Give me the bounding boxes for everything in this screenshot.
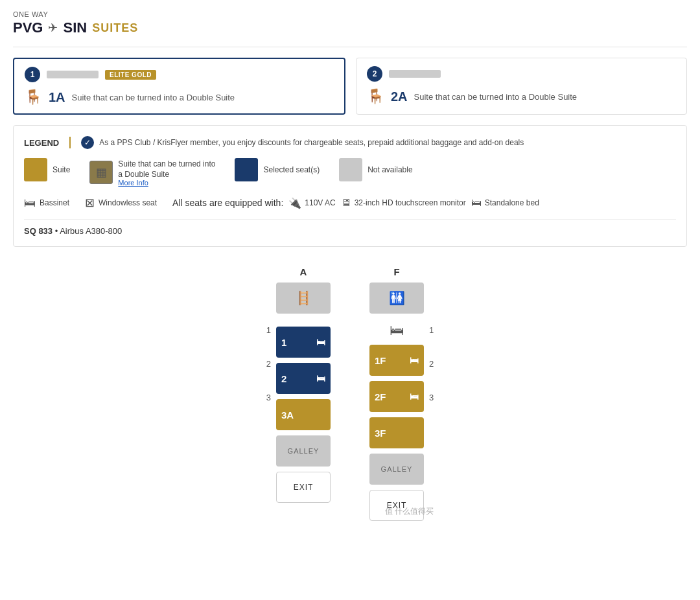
col-a-exit-label: EXIT (294, 483, 314, 492)
legend-section: LEGEND ✓ As a PPS Club / KrisFlyer membe… (13, 125, 687, 247)
trip-type: ONE WAY (13, 10, 687, 18)
suite-label: Suite (52, 165, 70, 174)
bassinet-legend: 🛏 Bassinet (24, 196, 69, 210)
bassinet-label: Bassinet (40, 198, 69, 207)
col-f-restroom: 🚻 (369, 283, 424, 314)
seat-icon-1: 🪑 (25, 89, 42, 106)
row-label-2-right: 2 (429, 347, 434, 380)
windowless-icon: ⊠ (85, 196, 95, 210)
col-f-galley: GALLEY (369, 454, 424, 485)
flight-number: SQ 833 (24, 226, 52, 236)
amenity-bed-label: Standalone bed (485, 198, 539, 207)
column-f: F 🚻 🛏 1F 🛏 (369, 266, 424, 524)
seat-map-section: 1 2 3 A 🪜 1 (13, 260, 687, 530)
legend-double-suite: ▦ Suite that can be turned intoa Double … (89, 158, 215, 187)
route-info: PVG ✈ SIN SUITES (13, 19, 687, 36)
row-label-3-right: 3 (429, 380, 434, 414)
legend-unavailable: Not available (339, 158, 412, 181)
seat-2f[interactable]: 2F 🛏 (369, 381, 424, 412)
seat-3a-label: 3A (281, 410, 294, 421)
amenities-prefix: All seats are equipped with: (172, 198, 283, 208)
seat-1f-label: 1F (375, 355, 386, 366)
column-a: A 🪜 1 🛏 (276, 266, 331, 505)
seat-icon-2: 🪑 (367, 88, 384, 105)
passenger-2-header: 2 (367, 66, 676, 82)
double-suite-swatch: ▦ (89, 161, 113, 184)
passenger-1-seat-number: 1A (49, 90, 65, 105)
bassinet-icon: 🛏 (24, 196, 36, 210)
seat-1f[interactable]: 1F 🛏 (369, 345, 424, 376)
flight-aircraft: Airbus A380-800 (60, 226, 122, 236)
restroom-icon: 🚻 (389, 290, 405, 306)
double-suite-text: Suite that can be turned intoa Double Su… (118, 158, 215, 187)
passenger-1-seat-desc: Suite that can be turned into a Double S… (72, 93, 235, 102)
selected-swatch (235, 158, 258, 181)
passenger-2-number: 2 (367, 66, 382, 82)
selected-label: Selected seat(s) (263, 165, 320, 174)
passenger-cards: 1 ELITE GOLD 🪑 1A Suite that can be turn… (13, 58, 687, 115)
col-a-exit[interactable]: EXIT (276, 472, 331, 503)
monitor-icon: 🖥 (341, 197, 351, 209)
seat-3f[interactable]: 3F (369, 417, 424, 448)
suite-swatch (24, 158, 47, 181)
cabin-label: SUITES (92, 21, 138, 35)
row-numbers-right: 1 2 3 (429, 266, 434, 414)
elite-gold-badge: ELITE GOLD (105, 70, 156, 80)
seat-1a-bed-icon: 🛏 (316, 337, 325, 347)
col-a-seats: 🪜 1 🛏 2 🛏 (276, 283, 331, 505)
seat-2a[interactable]: 2 🛏 (276, 363, 331, 394)
unavailable-swatch (339, 158, 362, 181)
watermark: 值 什么值得买 (385, 506, 434, 517)
double-suite-label: Suite that can be turned intoa Double Su… (118, 159, 215, 179)
row-numbers-left: 1 2 3 (266, 266, 271, 414)
seat-3a[interactable]: 3A (276, 399, 331, 430)
passenger-1-name-bar (47, 71, 99, 78)
legend-bottom-divider (24, 219, 676, 220)
passenger-card-2[interactable]: 2 🪑 2A Suite that can be turned into a D… (356, 58, 687, 115)
legend-selected: Selected seat(s) (235, 158, 320, 181)
legend-divider (69, 137, 71, 148)
legend-items: Suite ▦ Suite that can be turned intoa D… (24, 158, 676, 187)
passenger-2-seat-number: 2A (391, 89, 408, 104)
col-a-galley-label: GALLEY (288, 447, 320, 455)
bassinet-indicator: 🛏 (369, 319, 424, 342)
header-divider (13, 47, 687, 47)
passenger-1-header: 1 ELITE GOLD (25, 67, 334, 82)
destination-code: SIN (63, 19, 87, 36)
seat-1a[interactable]: 1 🛏 (276, 327, 331, 358)
passenger-1-number: 1 (25, 67, 40, 82)
route-arrow-icon: ✈ (48, 21, 58, 35)
amenity-monitor: 🖥 32-inch HD touchscreen monitor (341, 197, 466, 209)
seat-2a-label: 2 (281, 373, 286, 384)
col-a-stairs: 🪜 (276, 283, 331, 314)
page-header: ONE WAY PVG ✈ SIN SUITES (13, 10, 687, 36)
passenger-2-seat-info: 🪑 2A Suite that can be turned into a Dou… (367, 88, 676, 105)
amenity-monitor-label: 32-inch HD touchscreen monitor (355, 198, 466, 207)
amenity-power-label: 110V AC (305, 198, 335, 207)
check-icon: ✓ (81, 136, 94, 149)
seat-2f-label: 2F (375, 391, 386, 402)
unavailable-label: Not available (368, 165, 412, 174)
seat-1a-label: 1 (281, 337, 286, 348)
stairs-icon: 🪜 (296, 290, 312, 306)
seat-1f-bed-icon: 🛏 (410, 355, 419, 365)
power-icon: 🔌 (288, 197, 301, 209)
legend-suite: Suite (24, 158, 70, 181)
seat-2f-bed-icon: 🛏 (410, 391, 419, 402)
passenger-card-1[interactable]: 1 ELITE GOLD 🪑 1A Suite that can be turn… (13, 58, 345, 115)
row-label-1-right: 1 (429, 313, 434, 347)
legend-extras: 🛏 Bassinet ⊠ Windowless seat All seats a… (24, 196, 676, 210)
legend-title: LEGEND (24, 138, 59, 148)
col-a-label: A (300, 266, 307, 277)
passenger-2-seat-desc: Suite that can be turned into a Double S… (414, 92, 578, 102)
row-label-1-left: 1 (266, 313, 271, 347)
legend-note-text: As a PPS Club / KrisFlyer member, you en… (99, 138, 524, 147)
more-info-link[interactable]: More Info (118, 179, 215, 187)
col-f-label: F (393, 266, 399, 277)
bassinet-map-icon: 🛏 (390, 322, 404, 339)
windowless-label: Windowless seat (99, 198, 157, 207)
amenities: All seats are equipped with: 🔌 110V AC 🖥… (172, 197, 539, 209)
passenger-1-seat-info: 🪑 1A Suite that can be turned into a Dou… (25, 89, 334, 106)
spacer-a (276, 319, 331, 324)
col-a-galley: GALLEY (276, 435, 331, 467)
